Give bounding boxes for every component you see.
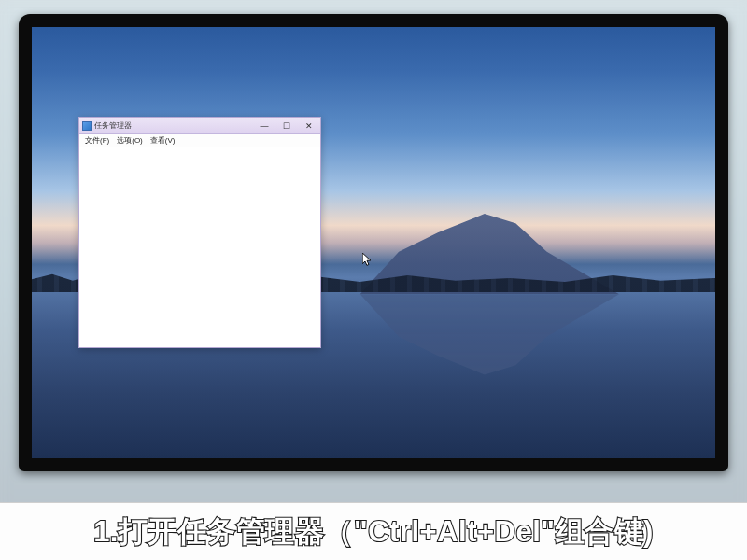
cursor-icon (362, 253, 373, 268)
monitor: 任务管理器 — ☐ ✕ 文件(F) 选项(O) 查看(V) (19, 14, 728, 471)
window-controls: — ☐ ✕ (253, 119, 320, 133)
menu-options[interactable]: 选项(O) (113, 135, 147, 146)
window-titlebar[interactable]: 任务管理器 — ☐ ✕ (79, 118, 320, 134)
maximize-button[interactable]: ☐ (275, 119, 298, 133)
instruction-caption: 1.打开任务管理器（"Ctrl+Alt+Del"组合键) (93, 512, 654, 552)
desktop-wallpaper: 任务管理器 — ☐ ✕ 文件(F) 选项(O) 查看(V) (32, 27, 715, 458)
menu-view[interactable]: 查看(V) (147, 135, 179, 146)
window-menubar: 文件(F) 选项(O) 查看(V) (79, 134, 320, 147)
task-manager-window[interactable]: 任务管理器 — ☐ ✕ 文件(F) 选项(O) 查看(V) (78, 117, 321, 348)
monitor-bezel: 任务管理器 — ☐ ✕ 文件(F) 选项(O) 查看(V) (19, 14, 728, 471)
minimize-button[interactable]: — (253, 119, 275, 133)
close-button[interactable]: ✕ (298, 119, 320, 133)
window-title: 任务管理器 (94, 120, 253, 131)
wallpaper-mountain-reflection (359, 294, 619, 389)
menu-file[interactable]: 文件(F) (81, 135, 113, 146)
app-icon (82, 121, 92, 131)
instruction-caption-bar: 1.打开任务管理器（"Ctrl+Alt+Del"组合键) (0, 502, 747, 560)
